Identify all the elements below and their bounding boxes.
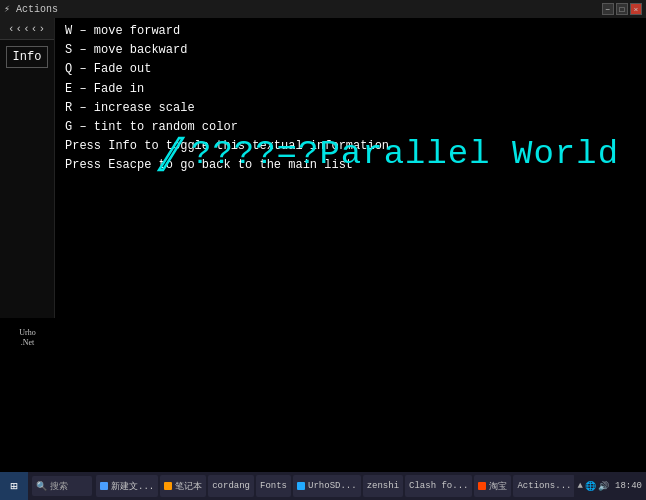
minimize-button[interactable]: − xyxy=(602,3,614,15)
taskbar-item-urho[interactable]: UrhoSD... xyxy=(293,475,361,497)
big-title-area: ????=?Parallel World xyxy=(155,128,646,181)
nav-bar: ‹‹‹‹› xyxy=(0,18,54,40)
svg-marker-0 xyxy=(159,138,183,170)
app-icon: ⚡ xyxy=(4,3,10,15)
taskbar-search[interactable]: 🔍 搜索 xyxy=(32,476,92,496)
tray-icon-volume: 🔊 xyxy=(598,481,609,492)
parallelogram-icon xyxy=(155,136,187,172)
main-content: W – move forward S – move backward Q – F… xyxy=(55,18,646,358)
logo-area: Urho .Net xyxy=(0,318,55,358)
windows-icon: ⊞ xyxy=(10,479,17,494)
logo-line2: .Net xyxy=(19,338,35,348)
titlebar: ⚡ Actions − □ × xyxy=(0,0,646,18)
taskbar: ⊞ 🔍 搜索 新建文... 笔记本 cordang Fonts UrhoSD..… xyxy=(0,472,646,500)
taskbar-item-fonts[interactable]: Fonts xyxy=(256,475,291,497)
titlebar-controls: − □ × xyxy=(602,3,642,15)
taskbar-tray: ▲ 🌐 🔊 18:40 xyxy=(574,481,646,492)
logo-text: Urho .Net xyxy=(19,328,35,349)
start-button[interactable]: ⊞ xyxy=(0,472,28,500)
titlebar-title: Actions xyxy=(16,4,58,15)
search-text: 搜索 xyxy=(50,480,68,493)
close-button[interactable]: × xyxy=(630,3,642,15)
taskbar-item-xinwen[interactable]: 新建文... xyxy=(96,475,158,497)
taskbar-item-taobao[interactable]: 淘宝 xyxy=(474,475,511,497)
titlebar-left: ⚡ Actions xyxy=(4,3,58,15)
taskbar-item-cordang[interactable]: cordang xyxy=(208,475,254,497)
taskbar-item-actions1[interactable]: Actions... xyxy=(513,475,573,497)
help-line-1: W – move forward xyxy=(65,22,636,41)
help-line-5: R – increase scale xyxy=(65,99,636,118)
filler xyxy=(0,358,646,472)
sidebar: ‹‹‹‹› Info Urho .Net xyxy=(0,18,55,358)
big-title: ????=?Parallel World xyxy=(191,128,619,181)
info-label: Info xyxy=(13,50,42,64)
tray-icon-1: ▲ xyxy=(578,481,583,491)
search-icon: 🔍 xyxy=(36,481,47,492)
help-line-4: E – Fade in xyxy=(65,80,636,99)
taskbar-items: 新建文... 笔记本 cordang Fonts UrhoSD... zensh… xyxy=(96,475,574,497)
taskbar-item-notes[interactable]: 笔记本 xyxy=(160,475,206,497)
maximize-button[interactable]: □ xyxy=(616,3,628,15)
app-window: ‹‹‹‹› Info Urho .Net W – move forward S … xyxy=(0,18,646,358)
help-line-2: S – move backward xyxy=(65,41,636,60)
big-title-prefix: ????=? xyxy=(191,135,319,173)
logo-line1: Urho xyxy=(19,328,35,338)
tray-icon-network: 🌐 xyxy=(585,481,596,492)
nav-arrows: ‹‹‹‹› xyxy=(8,23,46,35)
taskbar-item-zenshi[interactable]: zenshi xyxy=(363,475,403,497)
big-title-name: Parallel World xyxy=(319,135,619,173)
help-line-3: Q – Fade out xyxy=(65,60,636,79)
info-button[interactable]: Info xyxy=(6,46,48,68)
taskbar-time: 18:40 xyxy=(615,481,642,491)
taskbar-item-clash[interactable]: Clash fo... xyxy=(405,475,472,497)
